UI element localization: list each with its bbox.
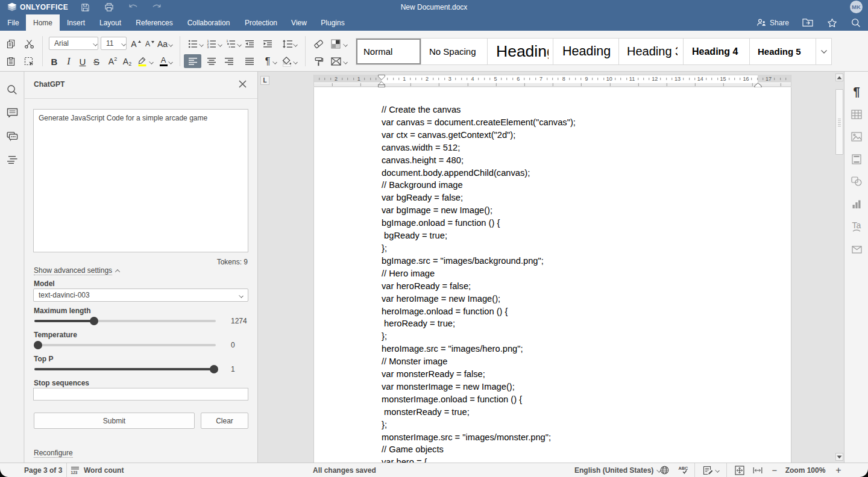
- line-spacing-arrow[interactable]: [292, 38, 299, 50]
- paste-button[interactable]: [5, 55, 17, 67]
- horizontal-ruler[interactable]: 211234567891011121314151617: [313, 75, 791, 87]
- scroll-down-button[interactable]: [835, 453, 843, 461]
- scroll-up-button[interactable]: [835, 73, 843, 81]
- bullets-arrow[interactable]: [198, 38, 205, 50]
- style-no-spacing[interactable]: No Spacing: [421, 39, 488, 64]
- fit-width-button[interactable]: [753, 463, 763, 477]
- header-footer-settings-button[interactable]: [844, 149, 868, 169]
- style-heading-3[interactable]: Heading 3: [619, 39, 684, 64]
- avatar[interactable]: MK: [850, 1, 863, 13]
- nonprinting-arrow[interactable]: [271, 55, 278, 67]
- scrollbar-thumb[interactable]: [835, 89, 843, 155]
- clear-style-button[interactable]: [312, 38, 324, 50]
- header-search-button[interactable]: [849, 14, 863, 31]
- bold-button[interactable]: B: [48, 55, 60, 67]
- tab-file[interactable]: File: [4, 14, 23, 31]
- document-text[interactable]: // Create the canvasvar canvas = documen…: [382, 104, 767, 463]
- zoom-value[interactable]: Zoom 100%: [784, 463, 827, 477]
- image-settings-button[interactable]: [844, 126, 868, 147]
- paragraph-shading-arrow[interactable]: [292, 55, 299, 67]
- highlight-color-button[interactable]: [136, 55, 148, 67]
- numbering-button[interactable]: 1 2 3: [206, 38, 218, 50]
- advanced-settings-toggle[interactable]: Show advanced settings: [34, 266, 119, 275]
- font-name-select[interactable]: Arial: [49, 37, 98, 50]
- submit-button[interactable]: Submit: [34, 413, 195, 429]
- indent-marker[interactable]: [375, 74, 388, 87]
- numbering-arrow[interactable]: [216, 38, 224, 50]
- print-button[interactable]: [101, 0, 117, 14]
- strikeout-button[interactable]: S: [90, 55, 102, 67]
- tab-home[interactable]: Home: [26, 14, 60, 31]
- top-p-slider-handle[interactable]: [210, 365, 218, 373]
- tab-stop-selector[interactable]: L: [260, 76, 269, 85]
- zoom-out-button[interactable]: −: [770, 463, 779, 477]
- shape-settings-button[interactable]: [844, 171, 868, 192]
- decrease-font-button[interactable]: A: [144, 38, 156, 50]
- text-art-settings-button[interactable]: Ta: [844, 216, 868, 237]
- max-length-slider-handle[interactable]: [90, 317, 98, 325]
- tab-protection[interactable]: Protection: [240, 14, 282, 31]
- subscript-button[interactable]: A2: [121, 55, 134, 67]
- multilevel-list-button[interactable]: 1: [225, 38, 237, 50]
- highlight-color-arrow[interactable]: [148, 55, 155, 67]
- style-heading-4[interactable]: Heading 4: [684, 39, 750, 64]
- tab-collaboration[interactable]: Collaboration: [183, 14, 234, 31]
- plugin-close-button[interactable]: [237, 79, 248, 89]
- align-left-button[interactable]: [184, 54, 201, 68]
- multilevel-arrow[interactable]: [236, 38, 243, 50]
- select-all-button[interactable]: [23, 55, 35, 67]
- tab-layout[interactable]: Layout: [95, 14, 125, 31]
- track-changes-button[interactable]: [703, 463, 720, 477]
- chart-settings-button[interactable]: [844, 194, 868, 214]
- temperature-slider[interactable]: [34, 340, 216, 350]
- set-language-button[interactable]: [660, 463, 669, 477]
- underline-button[interactable]: U: [77, 55, 89, 67]
- fit-page-button[interactable]: [735, 463, 744, 477]
- table-settings-button[interactable]: [844, 104, 868, 125]
- word-count-button[interactable]: 123 Word count: [71, 463, 124, 477]
- mail-merge-arrow[interactable]: [342, 55, 349, 67]
- redo-button[interactable]: [149, 0, 165, 14]
- max-length-slider[interactable]: [34, 316, 216, 326]
- align-justify-button[interactable]: [244, 55, 256, 67]
- font-size-select[interactable]: 11: [101, 37, 127, 50]
- cut-button[interactable]: [23, 38, 35, 50]
- tab-plugins[interactable]: Plugins: [316, 14, 350, 31]
- temperature-slider-handle[interactable]: [34, 341, 42, 349]
- clear-button[interactable]: Clear: [201, 413, 248, 429]
- align-center-button[interactable]: [206, 55, 218, 67]
- page-indicator[interactable]: Page 3 of 3: [24, 463, 62, 477]
- style-heading-2[interactable]: Heading 2: [553, 39, 619, 64]
- spell-check-button[interactable]: ABC: [678, 463, 688, 477]
- font-color-arrow[interactable]: [167, 55, 174, 67]
- mail-merge-button[interactable]: [329, 55, 342, 67]
- style-heading-5[interactable]: Heading 5: [750, 39, 816, 64]
- open-file-location-button[interactable]: [800, 14, 815, 31]
- navigation-panel-button[interactable]: [0, 150, 24, 169]
- tab-view[interactable]: View: [288, 14, 310, 31]
- align-right-button[interactable]: [223, 55, 235, 67]
- style-heading-1[interactable]: Heading 1: [488, 39, 553, 64]
- prompt-textarea[interactable]: Generate JavaScript Code for a simple ar…: [33, 109, 248, 252]
- model-select[interactable]: text-davinci-003: [33, 288, 248, 302]
- shading-color-button[interactable]: [329, 38, 342, 50]
- favorite-button[interactable]: [825, 14, 839, 31]
- search-panel-button[interactable]: [0, 80, 24, 99]
- chat-panel-button[interactable]: [0, 127, 24, 146]
- comments-panel-button[interactable]: [0, 104, 24, 123]
- decrease-indent-button[interactable]: [244, 38, 256, 50]
- superscript-button[interactable]: A2: [106, 55, 119, 67]
- increase-font-button[interactable]: A: [130, 38, 142, 50]
- copy-style-button[interactable]: [312, 55, 324, 67]
- stop-sequences-input[interactable]: [33, 388, 248, 401]
- tab-references[interactable]: References: [131, 14, 177, 31]
- document-scrollbar[interactable]: [835, 72, 844, 463]
- copy-button[interactable]: [5, 38, 17, 50]
- style-normal[interactable]: Normal: [356, 39, 421, 64]
- top-p-slider[interactable]: [34, 364, 216, 374]
- bullets-button[interactable]: [187, 38, 199, 50]
- undo-button[interactable]: [125, 0, 141, 14]
- styles-gallery-more-button[interactable]: [816, 39, 832, 64]
- save-button[interactable]: [77, 0, 93, 14]
- change-case-button[interactable]: Aa: [156, 38, 175, 50]
